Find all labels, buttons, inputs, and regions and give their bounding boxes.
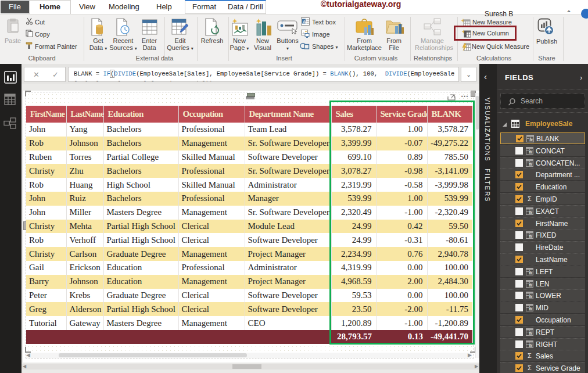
svg-text:fx: fx [529, 150, 532, 154]
svg-text:fx: fx [529, 162, 532, 166]
svg-text:A: A [303, 19, 306, 24]
svg-text:fx: fx [529, 138, 533, 142]
svg-text:fx: fx [529, 283, 532, 287]
svg-text:fx: fx [529, 295, 532, 299]
svg-text:fx: fx [529, 234, 532, 238]
svg-text:fx: fx [529, 210, 532, 214]
svg-text:fx: fx [529, 307, 532, 311]
svg-text:fx: fx [529, 271, 532, 275]
svg-text:fx: fx [529, 343, 532, 347]
svg-text:fx: fx [529, 331, 532, 335]
